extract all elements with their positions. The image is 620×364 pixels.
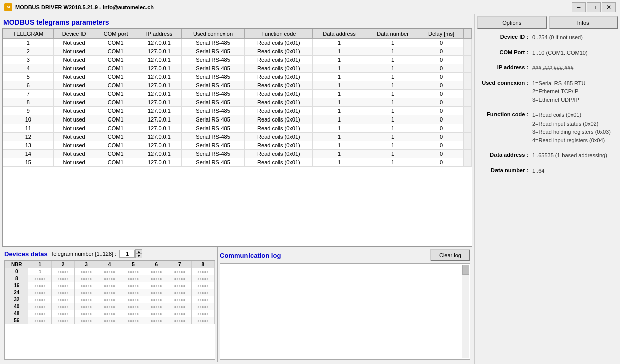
table-cell: Not used: [53, 124, 95, 133]
table-cell: 127.0.0.1: [137, 107, 181, 115]
table-cell: 127.0.0.1: [137, 47, 181, 56]
dev-data-cell: xxxxx: [51, 268, 74, 275]
dev-data-cell: xxxxx: [121, 303, 145, 310]
scrollbar-thumb[interactable]: [462, 265, 469, 275]
table-cell: 1: [366, 73, 419, 81]
table-cell: 127.0.0.1: [137, 115, 181, 124]
info-value: 1=Serial RS-485 RTU 2=Ethernet TCP/IP 3=…: [532, 79, 618, 104]
table-cell: 1: [312, 124, 366, 133]
table-cell: COM1: [95, 115, 137, 124]
info-value: 1=Read coils (0x01) 2=Read input status …: [532, 111, 618, 144]
dev-data-cell: xxxxx: [51, 282, 74, 289]
list-item: 00xxxxxxxxxxxxxxxxxxxxxxxxxxxxxxxxxxx: [5, 268, 215, 275]
table-cell: 1: [3, 39, 54, 47]
table-row[interactable]: 1Not usedCOM1127.0.0.1Serial RS-485Read …: [3, 39, 472, 47]
options-button[interactable]: Options: [477, 16, 547, 29]
scroll-cell: [464, 47, 472, 56]
devices-col-header: 5: [121, 261, 145, 268]
dev-data-cell: xxxxx: [51, 303, 74, 310]
table-cell: 0: [419, 150, 464, 158]
table-cell: 4: [3, 64, 54, 73]
devices-col-header: 8: [191, 261, 215, 268]
dev-data-cell: xxxxx: [145, 296, 168, 303]
table-row[interactable]: 9Not usedCOM1127.0.0.1Serial RS-485Read …: [3, 107, 472, 115]
title-bar-controls: – □ ✕: [572, 2, 616, 12]
dev-data-cell: xxxxx: [121, 310, 145, 317]
dev-row-number: 16: [5, 282, 28, 289]
table-row[interactable]: 15Not usedCOM1127.0.0.1Serial RS-485Read…: [3, 158, 472, 167]
modbus-table-container[interactable]: TELEGRAMDevice IDCOM portIP addressUsed …: [2, 28, 472, 247]
minimize-button[interactable]: –: [572, 2, 586, 12]
dev-data-cell: xxxxx: [28, 317, 51, 324]
table-cell: Not used: [53, 115, 95, 124]
dev-data-cell: xxxxx: [75, 296, 98, 303]
table-cell: 127.0.0.1: [137, 64, 181, 73]
dev-data-cell: xxxxx: [98, 289, 121, 296]
devices-table-wrap[interactable]: NBR12345678 00xxxxxxxxxxxxxxxxxxxxxxxxxx…: [4, 260, 215, 360]
table-row[interactable]: 8Not usedCOM1127.0.0.1Serial RS-485Read …: [3, 98, 472, 107]
dev-data-cell: xxxxx: [51, 310, 74, 317]
table-cell: COM1: [95, 64, 137, 73]
dev-data-cell: xxxxx: [168, 268, 191, 275]
scroll-cell: [464, 64, 472, 73]
table-row[interactable]: 6Not usedCOM1127.0.0.1Serial RS-485Read …: [3, 81, 472, 90]
list-item: 56xxxxxxxxxxxxxxxxxxxxxxxxxxxxxxxxxxxxxx…: [5, 317, 215, 324]
dev-data-cell: xxxxx: [28, 310, 51, 317]
comm-panel: Communication log Clear log: [218, 247, 472, 362]
dev-data-cell: xxxxx: [98, 275, 121, 282]
table-cell: 0: [419, 81, 464, 90]
close-button[interactable]: ✕: [602, 2, 616, 12]
list-item: 16xxxxxxxxxxxxxxxxxxxxxxxxxxxxxxxxxxxxxx…: [5, 282, 215, 289]
list-item: 40xxxxxxxxxxxxxxxxxxxxxxxxxxxxxxxxxxxxxx…: [5, 303, 215, 310]
table-row[interactable]: 10Not usedCOM1127.0.0.1Serial RS-485Read…: [3, 115, 472, 124]
main-content: MODBUS telegrams parameters TELEGRAMDevi…: [0, 14, 620, 364]
table-cell: 1: [312, 64, 366, 73]
table-cell: COM1: [95, 39, 137, 47]
comm-log-scrollbar[interactable]: [462, 265, 469, 358]
dev-data-cell: xxxxx: [145, 317, 168, 324]
table-row[interactable]: 3Not usedCOM1127.0.0.1Serial RS-485Read …: [3, 56, 472, 64]
scroll-cell: [464, 90, 472, 98]
table-cell: 1: [366, 107, 419, 115]
table-cell: Serial RS-485: [182, 124, 245, 133]
table-row[interactable]: 13Not usedCOM1127.0.0.1Serial RS-485Read…: [3, 141, 472, 150]
modbus-section-title: MODBUS telegrams parameters: [2, 16, 472, 28]
table-cell: Read coils (0x01): [244, 150, 312, 158]
devices-title: Devices datas: [4, 250, 48, 258]
table-cell: 1: [366, 56, 419, 64]
table-row[interactable]: 12Not usedCOM1127.0.0.1Serial RS-485Read…: [3, 133, 472, 141]
table-cell: 6: [3, 81, 54, 90]
comm-log-area[interactable]: [220, 263, 470, 360]
table-cell: 1: [366, 133, 419, 141]
telegram-number-input[interactable]: [119, 250, 135, 258]
dev-data-cell: xxxxx: [168, 282, 191, 289]
table-row[interactable]: 7Not usedCOM1127.0.0.1Serial RS-485Read …: [3, 90, 472, 98]
table-cell: Read coils (0x01): [244, 56, 312, 64]
maximize-button[interactable]: □: [587, 2, 601, 12]
table-cell: 13: [3, 141, 54, 150]
dev-row-number: 48: [5, 310, 28, 317]
table-cell: 127.0.0.1: [137, 133, 181, 141]
comm-log-scroll: [221, 265, 469, 358]
spinner-down-button[interactable]: ▼: [135, 254, 142, 258]
devices-table-header-row: NBR12345678: [5, 261, 215, 268]
clear-log-button[interactable]: Clear log: [430, 249, 470, 261]
infos-button[interactable]: Infos: [549, 16, 618, 29]
table-row[interactable]: 11Not usedCOM1127.0.0.1Serial RS-485Read…: [3, 124, 472, 133]
table-cell: COM1: [95, 90, 137, 98]
table-cell: 1: [312, 39, 366, 47]
modbus-col-header: Device ID: [53, 29, 95, 39]
table-row[interactable]: 5Not usedCOM1127.0.0.1Serial RS-485Read …: [3, 73, 472, 81]
spinner-up-button[interactable]: ▲: [135, 249, 142, 254]
dev-data-cell: xxxxx: [75, 275, 98, 282]
comm-title: Communication log: [220, 252, 281, 259]
table-row[interactable]: 4Not usedCOM1127.0.0.1Serial RS-485Read …: [3, 64, 472, 73]
modbus-table: TELEGRAMDevice IDCOM portIP addressUsed …: [3, 29, 472, 167]
modbus-col-header: Data address: [312, 29, 366, 39]
scroll-cell: [464, 56, 472, 64]
table-cell: COM1: [95, 107, 137, 115]
table-row[interactable]: 2Not usedCOM1127.0.0.1Serial RS-485Read …: [3, 47, 472, 56]
list-item: 48xxxxxxxxxxxxxxxxxxxxxxxxxxxxxxxxxxxxxx…: [5, 310, 215, 317]
table-row[interactable]: 14Not usedCOM1127.0.0.1Serial RS-485Read…: [3, 150, 472, 158]
info-row: COM Port :1..10 (COM1..COM10): [477, 49, 618, 57]
